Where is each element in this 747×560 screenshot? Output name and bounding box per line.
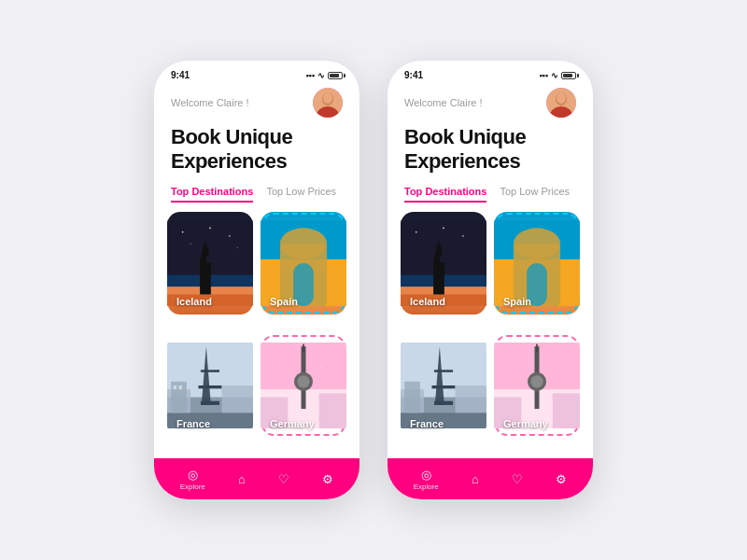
svg-point-44 (325, 364, 328, 367)
gear-icon-1: ⚙ (322, 472, 333, 486)
card-germany-2[interactable]: Germany (494, 334, 580, 437)
status-bar-1: 9:41 ▪▪▪ ∿ (154, 61, 359, 84)
battery-icon (328, 72, 343, 79)
svg-rect-71 (431, 385, 455, 388)
svg-rect-40 (303, 344, 304, 352)
svg-rect-29 (201, 370, 219, 372)
time-2: 9:41 (404, 70, 423, 80)
header-2: Welcome Claire ! (388, 84, 593, 118)
svg-rect-42 (319, 393, 346, 428)
nav-explore-label-1: Explore (180, 483, 205, 491)
card-france-1[interactable]: France (167, 334, 253, 437)
signal-icon: ▪▪▪ (305, 71, 315, 80)
nav-explore-label-2: Explore (414, 483, 439, 491)
gear-icon-2: ⚙ (556, 472, 567, 486)
svg-point-80 (530, 375, 543, 387)
germany-label-2: Germany (503, 418, 548, 429)
svg-point-62 (514, 228, 560, 259)
title-section-1: Book UniqueExperiences (154, 118, 359, 180)
svg-rect-27 (201, 401, 219, 405)
wifi-icon-2: ∿ (551, 71, 558, 80)
svg-point-48 (557, 92, 566, 104)
france-label-2: France (410, 418, 444, 429)
nav-home-2[interactable]: ⌂ (472, 472, 479, 486)
tab-top-low-prices-2[interactable]: Top Low Prices (500, 186, 570, 203)
germany-label-1: Germany (270, 418, 315, 429)
svg-point-58 (443, 227, 444, 229)
signal-icon-2: ▪▪▪ (539, 71, 548, 80)
svg-rect-8 (200, 259, 211, 295)
explore-icon-2: ◎ (421, 468, 431, 482)
card-france-2[interactable]: France (401, 334, 486, 437)
main-title-2: Book UniqueExperiences (404, 125, 576, 175)
svg-point-14 (190, 243, 191, 244)
nav-favorites-1[interactable]: ♡ (278, 472, 289, 486)
nav-explore-2[interactable]: ◎ Explore (414, 468, 439, 491)
svg-point-43 (275, 360, 277, 363)
bottom-nav-2: ◎ Explore ⌂ ♡ ⚙ (388, 458, 593, 499)
header-1: Welcome Claire ! (154, 84, 359, 118)
status-bar-2: 9:41 ▪▪▪ ∿ (388, 61, 593, 84)
tab-top-low-prices-1[interactable]: Top Low Prices (266, 186, 336, 203)
title-section-2: Book UniqueExperiences (388, 118, 593, 180)
svg-rect-28 (198, 385, 221, 388)
avatar-1[interactable] (313, 88, 343, 118)
svg-point-57 (462, 235, 464, 237)
home-icon-1: ⌂ (238, 472, 246, 486)
svg-rect-75 (404, 382, 420, 413)
card-spain-2[interactable]: Spain (494, 212, 580, 315)
main-title-1: Book UniqueExperiences (171, 125, 343, 175)
svg-rect-65 (550, 271, 557, 306)
spain-label-2: Spain (503, 296, 531, 307)
svg-point-3 (323, 92, 332, 104)
svg-rect-83 (553, 393, 580, 428)
tabs-2: Top Destinations Top Low Prices (388, 180, 593, 203)
tab-top-destinations-2[interactable]: Top Destinations (404, 186, 486, 203)
phones-container: 9:41 ▪▪▪ ∿ Welcome Claire ! Book UniqueE… (154, 61, 593, 499)
avatar-image-1 (313, 88, 343, 118)
nav-favorites-2[interactable]: ♡ (512, 472, 523, 486)
time-1: 9:41 (171, 70, 190, 80)
destinations-grid-1: Iceland Spain (154, 203, 359, 458)
svg-rect-74 (456, 385, 486, 413)
svg-rect-10 (203, 245, 207, 253)
card-iceland-1[interactable]: Iceland (167, 212, 253, 315)
welcome-text-1: Welcome Claire ! (171, 97, 249, 108)
svg-rect-72 (434, 370, 453, 372)
tabs-1: Top Destinations Top Low Prices (154, 180, 359, 203)
iceland-label-1: Iceland (176, 296, 212, 307)
destinations-grid-2: Iceland Spain (388, 203, 593, 458)
card-spain-1[interactable]: Spain (261, 212, 346, 315)
svg-point-11 (182, 231, 184, 232)
tab-top-destinations-1[interactable]: Top Destinations (171, 186, 253, 203)
heart-icon-1: ♡ (278, 472, 289, 486)
status-icons-2: ▪▪▪ ∿ (539, 71, 576, 80)
battery-icon-2 (561, 72, 576, 79)
svg-point-39 (297, 375, 309, 387)
nav-settings-2[interactable]: ⚙ (556, 472, 567, 486)
home-icon-2: ⌂ (472, 472, 479, 486)
france-label-1: France (176, 418, 210, 429)
nav-home-1[interactable]: ⌂ (238, 472, 246, 486)
svg-rect-33 (174, 385, 176, 389)
svg-rect-22 (317, 271, 324, 306)
avatar-2[interactable] (546, 88, 576, 118)
card-germany-1[interactable]: Germany (261, 334, 346, 437)
card-iceland-2[interactable]: Iceland (401, 212, 486, 315)
svg-rect-34 (179, 385, 182, 389)
svg-point-15 (237, 246, 238, 247)
svg-rect-70 (434, 401, 453, 405)
svg-rect-53 (433, 259, 444, 295)
welcome-text-2: Welcome Claire ! (404, 97, 483, 108)
nav-explore-1[interactable]: ◎ Explore (180, 468, 205, 491)
svg-point-19 (280, 228, 327, 259)
status-icons-1: ▪▪▪ ∿ (305, 71, 343, 80)
phone-2: 9:41 ▪▪▪ ∿ Welcome Claire ! Book UniqueE… (388, 61, 593, 499)
avatar-image-2 (546, 88, 576, 118)
svg-point-56 (416, 231, 417, 232)
spain-label-1: Spain (270, 296, 298, 307)
phone-1: 9:41 ▪▪▪ ∿ Welcome Claire ! Book UniqueE… (154, 61, 359, 499)
nav-settings-1[interactable]: ⚙ (322, 472, 333, 486)
svg-rect-55 (436, 245, 441, 253)
bottom-nav-1: ◎ Explore ⌂ ♡ ⚙ (154, 458, 359, 499)
